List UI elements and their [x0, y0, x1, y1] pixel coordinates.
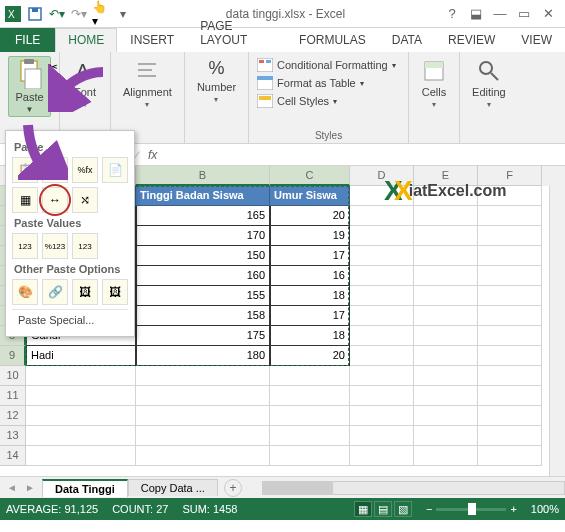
cell[interactable]: 160	[136, 266, 270, 286]
cell[interactable]	[270, 386, 350, 406]
paste-values-icon[interactable]: 123	[12, 233, 38, 259]
tab-insert[interactable]: INSERT	[117, 28, 187, 52]
col-header-e[interactable]: E	[414, 166, 478, 186]
cell[interactable]	[350, 326, 414, 346]
cell[interactable]	[26, 366, 136, 386]
cell[interactable]	[136, 426, 270, 446]
cell[interactable]	[350, 406, 414, 426]
zoom-level[interactable]: 100%	[531, 503, 559, 515]
alignment-button[interactable]: Alignment ▾	[119, 56, 176, 111]
font-button[interactable]: A Font ▾	[68, 56, 102, 111]
cell[interactable]	[478, 426, 542, 446]
cell[interactable]	[478, 206, 542, 226]
fx-icon[interactable]: fx	[148, 148, 157, 162]
col-header-c[interactable]: C	[270, 166, 350, 186]
paste-all-icon[interactable]: 📋	[12, 157, 38, 183]
cell[interactable]: 180	[136, 346, 270, 366]
close-icon[interactable]: ✕	[539, 5, 557, 23]
cell[interactable]	[350, 366, 414, 386]
sheet-tab-other[interactable]: Copy Data ...	[128, 479, 218, 496]
cell[interactable]	[414, 286, 478, 306]
excel-app-icon[interactable]: X	[4, 5, 22, 23]
paste-formatting-icon[interactable]: 🎨	[12, 279, 38, 305]
cell[interactable]: Hadi	[26, 346, 136, 366]
horizontal-scrollbar[interactable]	[262, 481, 565, 495]
paste-transpose-icon[interactable]: ⤭	[72, 187, 98, 213]
cell[interactable]	[270, 426, 350, 446]
cell[interactable]	[414, 326, 478, 346]
touch-mode-icon[interactable]: 👆▾	[92, 5, 110, 23]
page-layout-view-icon[interactable]: ▤	[374, 501, 392, 517]
format-as-table-button[interactable]: Format as Table ▾	[257, 74, 396, 92]
sheet-tab-active[interactable]: Data Tinggi	[42, 479, 128, 497]
cell[interactable]	[414, 426, 478, 446]
cell[interactable]	[350, 346, 414, 366]
col-header-b[interactable]: B	[136, 166, 270, 186]
minimize-icon[interactable]: —	[491, 5, 509, 23]
cell[interactable]: 158	[136, 306, 270, 326]
cell[interactable]: 17	[270, 246, 350, 266]
tab-review[interactable]: REVIEW	[435, 28, 508, 52]
cell[interactable]	[414, 306, 478, 326]
cell[interactable]	[478, 266, 542, 286]
vertical-scrollbar[interactable]	[549, 186, 565, 476]
cell[interactable]	[478, 346, 542, 366]
cell[interactable]	[414, 366, 478, 386]
cell[interactable]	[270, 406, 350, 426]
page-break-view-icon[interactable]: ▧	[394, 501, 412, 517]
cell[interactable]	[350, 446, 414, 466]
cell[interactable]	[414, 266, 478, 286]
cell[interactable]	[350, 186, 414, 206]
tab-view[interactable]: VIEW	[508, 28, 565, 52]
cell[interactable]	[136, 446, 270, 466]
cell-styles-button[interactable]: Cell Styles ▾	[257, 92, 396, 110]
cell[interactable]	[478, 446, 542, 466]
cell[interactable]	[414, 186, 478, 206]
cell[interactable]	[478, 366, 542, 386]
cell[interactable]	[350, 266, 414, 286]
cell[interactable]	[350, 246, 414, 266]
cell[interactable]	[478, 406, 542, 426]
cell[interactable]: 20	[270, 206, 350, 226]
cell[interactable]	[478, 226, 542, 246]
paste-picture-icon[interactable]: 🖼	[72, 279, 98, 305]
conditional-formatting-button[interactable]: Conditional Formatting ▾	[257, 56, 396, 74]
cell[interactable]: 20	[270, 346, 350, 366]
row-header[interactable]: 12	[0, 406, 26, 426]
paste-values-number-icon[interactable]: %123	[42, 233, 68, 259]
cell[interactable]: 18	[270, 286, 350, 306]
cell[interactable]	[136, 366, 270, 386]
tab-home[interactable]: HOME	[55, 28, 117, 52]
paste-link-icon[interactable]: 🔗	[42, 279, 68, 305]
tab-formulas[interactable]: FORMULAS	[286, 28, 379, 52]
redo-icon[interactable]: ↷▾	[70, 5, 88, 23]
cell[interactable]	[350, 226, 414, 246]
cell[interactable]	[478, 246, 542, 266]
cell[interactable]: 17	[270, 306, 350, 326]
cell[interactable]	[350, 306, 414, 326]
cell[interactable]	[478, 326, 542, 346]
undo-icon[interactable]: ↶▾	[48, 5, 66, 23]
paste-button[interactable]: Paste ▼	[8, 56, 50, 117]
cell[interactable]	[478, 186, 542, 206]
paste-values-source-icon[interactable]: 123	[72, 233, 98, 259]
cell[interactable]	[350, 286, 414, 306]
row-header[interactable]: 10	[0, 366, 26, 386]
cell[interactable]	[414, 226, 478, 246]
cell[interactable]	[350, 426, 414, 446]
row-header[interactable]: 13	[0, 426, 26, 446]
cell[interactable]	[350, 386, 414, 406]
cell[interactable]	[414, 406, 478, 426]
sheet-nav-prev-icon[interactable]: ◄	[4, 480, 20, 496]
cell[interactable]	[478, 286, 542, 306]
cut-icon[interactable]: ✂	[48, 60, 62, 74]
row-header[interactable]: 9	[0, 346, 26, 366]
save-icon[interactable]	[26, 5, 44, 23]
col-header-d[interactable]: D	[350, 166, 414, 186]
new-sheet-button[interactable]: +	[224, 479, 242, 497]
cell[interactable]: 18	[270, 326, 350, 346]
editing-button[interactable]: Editing ▾	[468, 56, 510, 111]
cell[interactable]	[414, 346, 478, 366]
zoom-slider[interactable]: − +	[426, 503, 517, 515]
cell[interactable]	[270, 366, 350, 386]
